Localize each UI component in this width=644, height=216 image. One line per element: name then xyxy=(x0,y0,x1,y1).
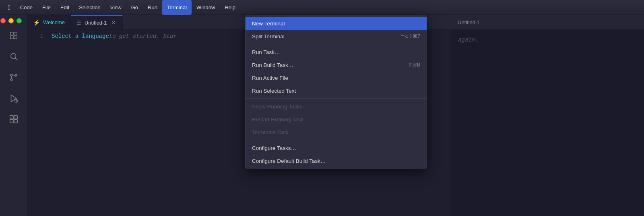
tab-untitled-label: Untitled-1 xyxy=(85,20,107,26)
apple-icon[interactable]:  xyxy=(3,0,15,15)
run-active-file-label: Run Active File xyxy=(252,75,288,81)
menu-view[interactable]: View xyxy=(105,0,126,15)
menu-item-new-terminal[interactable]: New Terminal xyxy=(246,17,427,30)
run-selected-text-label: Run Selected Text xyxy=(252,88,296,94)
right-panel-label: Untitled-1 xyxy=(458,19,480,25)
svg-point-8 xyxy=(10,79,12,81)
svg-rect-16 xyxy=(14,120,17,123)
svg-rect-15 xyxy=(10,120,13,123)
menu-code[interactable]: Code xyxy=(15,0,37,15)
terminal-dropdown-menu: New Terminal Split Terminal ^⌥⇧⌘7 Run Ta… xyxy=(245,15,427,169)
new-terminal-label: New Terminal xyxy=(252,21,285,27)
menubar:  Code File Edit Selection View Go Run T… xyxy=(0,0,644,15)
menu-item-run-selected-text[interactable]: Run Selected Text xyxy=(246,84,427,97)
menu-item-run-task[interactable]: Run Task… xyxy=(246,46,427,58)
menu-item-split-terminal[interactable]: Split Terminal ^⌥⇧⌘7 xyxy=(246,30,427,43)
activity-icon-source-control[interactable] xyxy=(5,69,23,86)
split-terminal-shortcut: ^⌥⇧⌘7 xyxy=(401,33,420,39)
activity-icon-search[interactable] xyxy=(5,48,23,65)
menu-item-run-build-task[interactable]: Run Build Task… ⇧⌘B xyxy=(246,58,427,71)
menu-edit[interactable]: Edit xyxy=(56,0,74,15)
tab-untitled[interactable]: ☰ Untitled-1 ✕ xyxy=(71,15,123,29)
activity-icon-extensions[interactable] xyxy=(5,110,23,128)
svg-rect-3 xyxy=(14,36,17,39)
menu-file[interactable]: File xyxy=(37,0,56,15)
traffic-light-yellow[interactable] xyxy=(8,18,14,23)
menu-item-configure-tasks[interactable]: Configure Tasks… xyxy=(246,141,427,154)
untitled-tab-icon: ☰ xyxy=(76,20,81,26)
menu-item-run-active-file[interactable]: Run Active File xyxy=(246,71,427,84)
right-panel-content: again. xyxy=(451,30,644,49)
activity-icon-explorer[interactable] xyxy=(5,27,23,44)
menu-terminal[interactable]: Terminal xyxy=(162,0,192,15)
show-running-tasks-label: Show Running Tasks… xyxy=(252,104,308,110)
configure-tasks-label: Configure Tasks… xyxy=(252,145,296,151)
menu-item-restart-running-task: Restart Running Task… xyxy=(246,113,427,126)
split-terminal-label: Split Terminal xyxy=(252,33,285,39)
restart-running-task-label: Restart Running Task… xyxy=(252,116,309,123)
run-build-task-shortcut: ⇧⌘B xyxy=(408,62,420,68)
separator-1 xyxy=(246,44,427,44)
traffic-light-green[interactable] xyxy=(17,18,22,23)
separator-3 xyxy=(246,140,427,140)
menu-selection[interactable]: Selection xyxy=(74,0,105,15)
svg-rect-14 xyxy=(14,116,17,119)
separator-2 xyxy=(246,98,427,99)
menu-run[interactable]: Run xyxy=(143,0,162,15)
tab-welcome[interactable]: ⚡ Welcome xyxy=(27,15,71,29)
svg-line-5 xyxy=(15,58,17,60)
svg-point-6 xyxy=(10,74,12,76)
svg-rect-1 xyxy=(14,32,17,35)
code-comment: to get started. Star xyxy=(109,33,177,39)
svg-rect-0 xyxy=(10,32,13,35)
tab-welcome-label: Welcome xyxy=(43,19,65,25)
activity-icon-run-debug[interactable] xyxy=(5,89,23,107)
right-panel: Untitled-1 again. xyxy=(451,15,644,216)
code-keyword: Select a language xyxy=(52,33,109,39)
svg-point-4 xyxy=(10,54,16,59)
run-build-task-label: Run Build Task… xyxy=(252,62,293,68)
svg-rect-13 xyxy=(10,116,13,119)
svg-rect-2 xyxy=(10,36,13,39)
configure-default-build-task-label: Configure Default Build Task… xyxy=(252,158,326,164)
right-panel-title: Untitled-1 xyxy=(451,15,644,30)
menu-window[interactable]: Window xyxy=(192,0,220,15)
traffic-light-red[interactable] xyxy=(0,18,6,23)
activity-bar xyxy=(0,15,27,216)
menu-item-show-running-tasks: Show Running Tasks… xyxy=(246,100,427,113)
svg-marker-9 xyxy=(11,95,16,102)
terminate-task-label: Terminate Task… xyxy=(252,129,294,135)
line-number-1: 1 xyxy=(27,33,52,39)
run-task-label: Run Task… xyxy=(252,49,280,55)
welcome-tab-icon: ⚡ xyxy=(33,19,40,26)
menu-item-terminate-task: Terminate Task… xyxy=(246,126,427,139)
tab-close-button[interactable]: ✕ xyxy=(110,19,117,26)
terminal-dropdown-overlay: New Terminal Split Terminal ^⌥⇧⌘7 Run Ta… xyxy=(245,15,427,169)
menu-go[interactable]: Go xyxy=(126,0,143,15)
menu-help[interactable]: Help xyxy=(220,0,240,15)
menu-item-configure-default-build-task[interactable]: Configure Default Build Task… xyxy=(246,154,427,167)
traffic-lights xyxy=(0,18,22,23)
